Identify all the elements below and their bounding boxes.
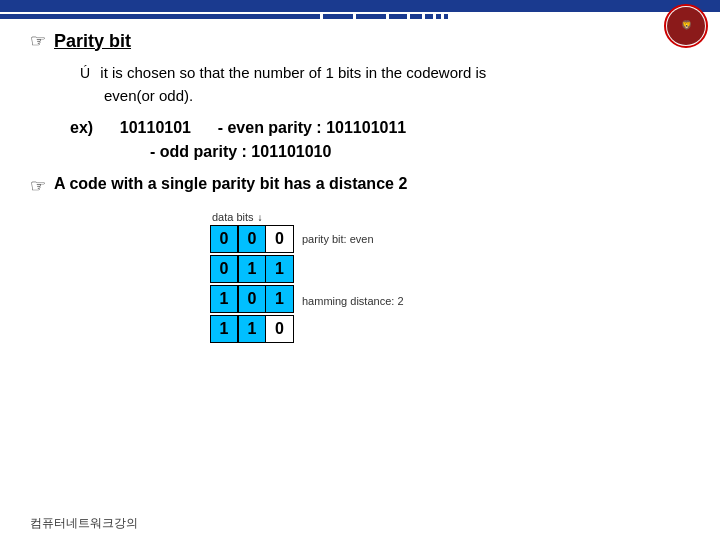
footer-text: 컴퓨터네트워크강의 <box>30 516 138 530</box>
parity-label: parity bit: even <box>302 233 374 245</box>
sub-item-1: Ú it is chosen so that the number of 1 b… <box>80 62 690 107</box>
university-logo: 🦁 <box>664 4 708 48</box>
odd-parity-line: - odd parity : 101101010 <box>150 143 690 161</box>
cell-2-1: 0 <box>210 255 238 283</box>
data-bits-label: data bits <box>212 211 254 223</box>
cell-4-1: 1 <box>210 315 238 343</box>
section2-text: A code with a single parity bit has a di… <box>54 175 407 193</box>
sub-text-2: even(or odd). <box>104 87 193 104</box>
section1-bullet: ☞ <box>30 30 46 52</box>
top-bar <box>0 0 720 12</box>
cell-2-3: 1 <box>266 255 294 283</box>
section2: ☞ A code with a single parity bit has a … <box>30 175 690 197</box>
example-even: - even parity : 101101011 <box>218 119 407 136</box>
dashed-line <box>0 12 720 20</box>
cell-2-2: 1 <box>238 255 266 283</box>
diagram-row-3: 1 0 1 hamming distance: 2 <box>210 285 404 313</box>
cell-3-1: 1 <box>210 285 238 313</box>
example-label: ex) <box>70 119 93 136</box>
cell-1-1: 0 <box>210 225 238 253</box>
cell-1-2: 0 <box>238 225 266 253</box>
footer: 컴퓨터네트워크강의 <box>30 515 138 532</box>
diagram-row-2: 0 1 1 <box>210 255 294 283</box>
data-bits-label-row: data bits ↓ <box>212 211 263 223</box>
sub-text-1: it is chosen so that the number of 1 bit… <box>100 64 486 81</box>
cell-4-3: 0 <box>266 315 294 343</box>
example-line: ex) 10110101 - even parity : 101101011 <box>70 119 690 137</box>
diagram-row-4: 1 1 0 <box>210 315 294 343</box>
section1-title: ☞ Parity bit <box>30 30 690 52</box>
section2-bullet: ☞ <box>30 175 46 197</box>
cell-3-3: 1 <box>266 285 294 313</box>
section1-heading: Parity bit <box>54 31 131 52</box>
diagram-row-1: 0 0 0 parity bit: even <box>210 225 374 253</box>
cell-1-3: 0 <box>266 225 294 253</box>
example-code: 10110101 <box>120 119 191 136</box>
cell-4-2: 1 <box>238 315 266 343</box>
diagram: data bits ↓ 0 0 0 parity bit: even 0 1 1… <box>210 211 690 345</box>
sub-bullet: Ú <box>80 65 90 81</box>
cell-3-2: 0 <box>238 285 266 313</box>
hamming-label: hamming distance: 2 <box>302 295 404 307</box>
main-content: ☞ Parity bit Ú it is chosen so that the … <box>30 30 690 510</box>
logo-text: 🦁 <box>681 21 692 31</box>
